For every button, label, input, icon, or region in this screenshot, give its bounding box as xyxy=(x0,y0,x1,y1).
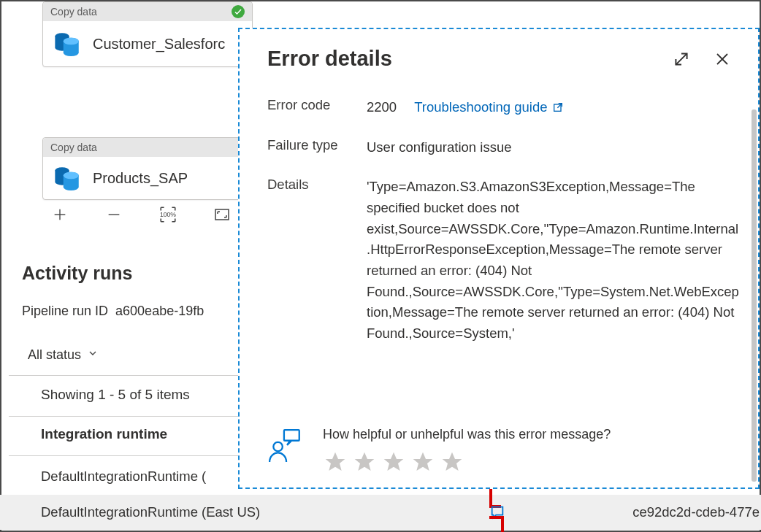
pipeline-run-id-value: a600eabe-19fb xyxy=(115,304,204,319)
feedback-person-icon xyxy=(267,427,304,467)
activity-name: Customer_Salesforc xyxy=(93,36,225,53)
activity-runs-heading: Activity runs xyxy=(22,263,132,284)
divider xyxy=(9,455,241,456)
link-text: Troubleshooting guide xyxy=(414,97,547,118)
troubleshooting-guide-link[interactable]: Troubleshooting guide xyxy=(414,97,563,118)
svg-point-2 xyxy=(64,38,79,45)
activity-type-label: Copy data xyxy=(50,142,97,153)
error-details-panel: Error details Error code 2200 Troublesho… xyxy=(238,28,760,489)
svg-point-17 xyxy=(273,442,283,452)
details-label: Details xyxy=(267,177,367,344)
svg-marker-18 xyxy=(326,452,345,471)
activity-type-label: Copy data xyxy=(50,6,97,18)
highlight-frame xyxy=(489,484,505,532)
svg-marker-20 xyxy=(384,452,404,471)
activity-card-products-sap[interactable]: Copy data Products_SAP xyxy=(42,137,253,200)
svg-marker-22 xyxy=(443,452,462,471)
star-3[interactable] xyxy=(381,450,406,474)
feedback-prompt: How helpful or unhelpful was this error … xyxy=(267,427,611,474)
integration-runtime-name: DefaultIntegrationRuntime (East US) xyxy=(41,504,260,520)
star-1[interactable] xyxy=(323,450,348,474)
error-code-value: 2200 xyxy=(367,97,397,118)
star-2[interactable] xyxy=(352,450,377,474)
zoom-reset-button[interactable]: 100% xyxy=(158,204,178,225)
activity-name: Products_SAP xyxy=(93,170,188,187)
pipeline-run-id-row: Pipeline run ID a600eabe-19fb xyxy=(22,304,204,319)
svg-point-5 xyxy=(64,172,79,180)
divider xyxy=(9,375,241,376)
star-5[interactable] xyxy=(440,450,464,474)
svg-rect-16 xyxy=(284,430,299,441)
status-success-icon xyxy=(232,5,245,18)
status-filter-dropdown[interactable]: All status xyxy=(28,347,99,363)
database-icon xyxy=(52,163,83,193)
expand-icon[interactable] xyxy=(670,48,692,70)
scrollbar[interactable] xyxy=(752,109,757,482)
database-icon xyxy=(52,28,83,59)
failure-type-value: User configuration issue xyxy=(367,137,741,158)
status-filter-label: All status xyxy=(28,347,81,363)
integration-runtime-row[interactable]: DefaultIntegrationRuntime ( xyxy=(41,469,206,485)
activity-card-header: Copy data xyxy=(43,2,252,21)
svg-marker-19 xyxy=(355,452,375,471)
run-id-tail: ce92dc2d-cdeb-477e xyxy=(632,504,760,520)
rating-stars xyxy=(323,450,611,474)
star-4[interactable] xyxy=(410,450,435,474)
zoom-in-button[interactable] xyxy=(50,204,70,225)
divider xyxy=(9,416,241,417)
svg-rect-10 xyxy=(215,209,229,220)
activity-card-customer-salesforce[interactable]: Copy data Customer_Salesforc xyxy=(42,1,253,67)
error-code-label: Error code xyxy=(267,97,367,118)
chevron-down-icon xyxy=(87,347,99,363)
failure-type-label: Failure type xyxy=(267,137,367,158)
svg-marker-21 xyxy=(413,452,433,471)
integration-runtime-header: Integration runtime xyxy=(41,426,167,442)
feedback-question: How helpful or unhelpful was this error … xyxy=(323,427,611,442)
close-icon[interactable] xyxy=(711,48,733,70)
zoom-out-button[interactable] xyxy=(104,204,124,225)
results-count: Showing 1 - 5 of 5 items xyxy=(41,387,190,403)
pipeline-run-id-label: Pipeline run ID xyxy=(22,304,108,319)
svg-text:100%: 100% xyxy=(160,211,176,218)
svg-line-11 xyxy=(676,53,687,64)
error-chat-icon[interactable] xyxy=(489,504,505,520)
canvas-zoom-toolbar: 100% xyxy=(50,204,247,225)
panel-title: Error details xyxy=(267,47,392,71)
details-value: 'Type=Amazon.S3.AmazonS3Exception,Messag… xyxy=(367,177,741,344)
integration-runtime-row-selected[interactable]: DefaultIntegrationRuntime (East US) ce92… xyxy=(0,495,761,530)
activity-card-header: Copy data xyxy=(43,138,252,157)
fullscreen-button[interactable] xyxy=(212,204,232,225)
